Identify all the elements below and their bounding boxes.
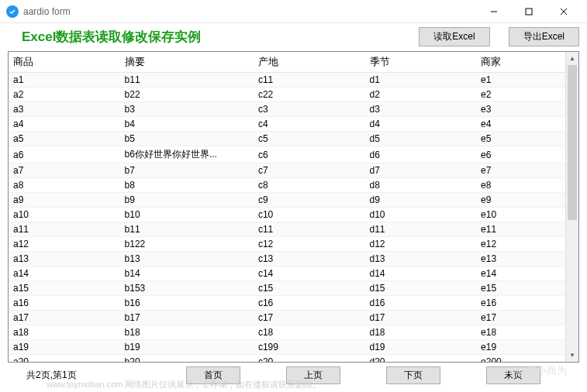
table-cell[interactable]: b19 [120, 340, 254, 355]
table-cell[interactable]: d3 [365, 102, 477, 117]
table-row[interactable]: a15b153c15d15e15 [9, 281, 565, 296]
table-cell[interactable]: c11 [254, 73, 365, 88]
table-cell[interactable]: e11 [476, 222, 565, 237]
table-row[interactable]: a20b20c20d20e200 [9, 355, 565, 363]
table-cell[interactable]: e5 [476, 132, 565, 146]
table-row[interactable]: a7b7c7d7e7 [9, 163, 565, 178]
read-excel-button[interactable]: 读取Excel [419, 27, 489, 46]
table-cell[interactable]: e17 [476, 311, 565, 325]
table-cell[interactable]: a20 [9, 355, 120, 363]
table-cell[interactable]: b10 [120, 208, 254, 222]
table-cell[interactable]: d14 [365, 266, 477, 281]
minimize-button[interactable] [476, 0, 511, 23]
table-cell[interactable]: b20 [120, 355, 254, 363]
table-cell[interactable]: b14 [120, 266, 254, 281]
table-row[interactable]: a2b22c22d2e2 [9, 88, 565, 102]
table-cell[interactable]: d10 [365, 208, 477, 222]
table-row[interactable]: a1b11c11d1e1 [9, 73, 565, 88]
table-cell[interactable]: b11 [120, 222, 254, 237]
table-cell[interactable]: b153 [120, 281, 254, 296]
table-cell[interactable]: c6 [254, 146, 365, 163]
last-page-button[interactable]: 末页 [486, 366, 540, 384]
table-cell[interactable]: d13 [365, 252, 477, 266]
table-cell[interactable]: e3 [476, 102, 565, 117]
table-row[interactable]: a3b3c3d3e3 [9, 102, 565, 117]
table-row[interactable]: a14b14c14d14e14 [9, 266, 565, 281]
table-cell[interactable]: e19 [476, 340, 565, 355]
table-row[interactable]: a9b9c9d9e9 [9, 193, 565, 208]
table-cell[interactable]: c14 [254, 266, 365, 281]
table-cell[interactable]: a11 [9, 222, 120, 237]
table-cell[interactable]: c8 [254, 178, 365, 193]
table-cell[interactable]: a15 [9, 281, 120, 296]
table-row[interactable]: a19b19c199d19e19 [9, 340, 565, 355]
table-cell[interactable]: a3 [9, 102, 120, 117]
table-cell[interactable]: c18 [254, 325, 365, 340]
table-cell[interactable]: b4 [120, 117, 254, 132]
table-cell[interactable]: a8 [9, 178, 120, 193]
table-cell[interactable]: a7 [9, 163, 120, 178]
table-row[interactable]: a16b16c16d16e16 [9, 296, 565, 311]
table-cell[interactable]: e8 [476, 178, 565, 193]
table-cell[interactable]: d1 [365, 73, 477, 88]
table-cell[interactable]: c15 [254, 281, 365, 296]
table-cell[interactable]: d5 [365, 132, 477, 146]
table-cell[interactable]: d2 [365, 88, 477, 102]
table-row[interactable]: a8b8c8d8e8 [9, 178, 565, 193]
table-cell[interactable]: a2 [9, 88, 120, 102]
table-cell[interactable]: a18 [9, 325, 120, 340]
table-cell[interactable]: b17 [120, 311, 254, 325]
table-cell[interactable]: b5 [120, 132, 254, 146]
column-header[interactable]: 季节 [365, 52, 477, 73]
table-row[interactable]: a10b10c10d10e10 [9, 208, 565, 222]
table-cell[interactable]: e18 [476, 325, 565, 340]
table-cell[interactable]: d20 [365, 355, 477, 363]
table-cell[interactable]: c17 [254, 311, 365, 325]
table-cell[interactable]: c12 [254, 237, 365, 252]
table-cell[interactable]: d11 [365, 222, 477, 237]
table-row[interactable]: a6b6你好世界你好世界...c6d6e6 [9, 146, 565, 163]
table-cell[interactable]: a13 [9, 252, 120, 266]
close-button[interactable] [546, 0, 581, 23]
table-cell[interactable]: a6 [9, 146, 120, 163]
table-cell[interactable]: c11 [254, 222, 365, 237]
table-cell[interactable]: c199 [254, 340, 365, 355]
table-cell[interactable]: b122 [120, 237, 254, 252]
first-page-button[interactable]: 首页 [186, 366, 240, 384]
table-cell[interactable]: d6 [365, 146, 477, 163]
table-cell[interactable]: e10 [476, 208, 565, 222]
vertical-scrollbar[interactable]: ▲ ▼ [565, 52, 578, 362]
table-cell[interactable]: a14 [9, 266, 120, 281]
table-cell[interactable]: d17 [365, 311, 477, 325]
table-cell[interactable]: b3 [120, 102, 254, 117]
table-cell[interactable]: e12 [476, 237, 565, 252]
table-row[interactable]: a13b13c13d13e13 [9, 252, 565, 266]
table-cell[interactable]: e4 [476, 117, 565, 132]
table-cell[interactable]: c9 [254, 193, 365, 208]
table-cell[interactable]: c4 [254, 117, 365, 132]
export-excel-button[interactable]: 导出Excel [509, 27, 579, 46]
column-header[interactable]: 商品 [9, 52, 120, 73]
table-cell[interactable]: a19 [9, 340, 120, 355]
scroll-down-icon[interactable]: ▼ [566, 349, 578, 362]
scroll-up-icon[interactable]: ▲ [566, 52, 578, 65]
table-cell[interactable]: e200 [476, 355, 565, 363]
table-cell[interactable]: b9 [120, 193, 254, 208]
table-cell[interactable]: a16 [9, 296, 120, 311]
table-cell[interactable]: d16 [365, 296, 477, 311]
column-header[interactable]: 商家 [476, 52, 565, 73]
table-cell[interactable]: d19 [365, 340, 477, 355]
table-cell[interactable]: e13 [476, 252, 565, 266]
table-cell[interactable]: e14 [476, 266, 565, 281]
table-cell[interactable]: b16 [120, 296, 254, 311]
table-cell[interactable]: a17 [9, 311, 120, 325]
table-cell[interactable]: b18 [120, 325, 254, 340]
table-cell[interactable]: a4 [9, 117, 120, 132]
next-page-button[interactable]: 下页 [386, 366, 440, 384]
table-row[interactable]: a4b4c4d4e4 [9, 117, 565, 132]
table-cell[interactable]: e1 [476, 73, 565, 88]
scroll-thumb[interactable] [568, 65, 577, 220]
table-cell[interactable]: a10 [9, 208, 120, 222]
maximize-button[interactable] [511, 0, 546, 23]
table-cell[interactable]: a9 [9, 193, 120, 208]
